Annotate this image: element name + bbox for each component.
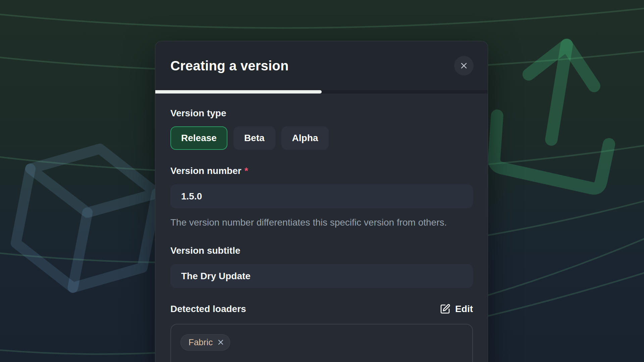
edit-loaders-label: Edit <box>455 304 473 314</box>
version-type-label: Version type <box>170 108 473 119</box>
version-type-release-button[interactable]: Release <box>170 126 227 150</box>
version-number-input[interactable] <box>170 184 473 208</box>
upload-arrow-icon <box>489 37 622 190</box>
remove-tag-x-icon <box>217 338 225 346</box>
create-version-modal: Creating a version Version type Release … <box>155 41 488 362</box>
modal-body: Version type Release Beta Alpha Version … <box>155 94 488 362</box>
close-icon <box>459 61 469 70</box>
detected-loaders-label: Detected loaders <box>170 303 246 315</box>
detected-loaders-box: Fabric <box>170 324 473 362</box>
version-type-alpha-button[interactable]: Alpha <box>281 126 329 150</box>
version-number-label-row: Version number* <box>170 165 473 177</box>
version-subtitle-label: Version subtitle <box>170 245 473 256</box>
modal-header: Creating a version <box>155 41 488 90</box>
edit-loaders-button[interactable]: Edit <box>440 304 473 314</box>
square-pen-icon <box>440 304 450 314</box>
loader-tag-fabric: Fabric <box>180 334 230 351</box>
version-number-label: Version number <box>170 166 241 176</box>
version-type-options: Release Beta Alpha <box>170 126 473 150</box>
version-type-beta-button[interactable]: Beta <box>233 126 275 150</box>
remove-fabric-tag-button[interactable] <box>217 338 225 346</box>
required-asterisk: * <box>245 166 248 176</box>
progress-fill <box>155 90 322 94</box>
modal-title: Creating a version <box>170 58 289 73</box>
detected-loaders-row: Detected loaders Edit <box>170 303 473 315</box>
version-number-help: The version number differentiates this s… <box>170 215 465 230</box>
loader-tag-label: Fabric <box>189 337 213 348</box>
close-button[interactable] <box>454 56 474 75</box>
progress-bar <box>155 90 488 94</box>
version-subtitle-input[interactable] <box>170 264 473 288</box>
page-background: Creating a version Version type Release … <box>0 0 644 362</box>
